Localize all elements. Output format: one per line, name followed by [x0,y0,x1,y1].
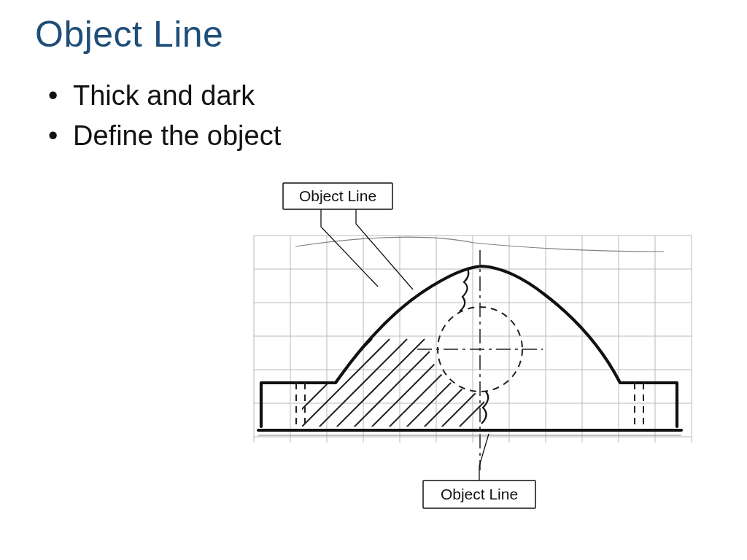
callout-top-label: Object Line [299,187,376,204]
object-outline [258,266,681,435]
list-item: Thick and dark [48,76,712,116]
technical-drawing-figure: Object Line Object Line [226,179,708,521]
slide: Object Line Thick and dark Define the ob… [0,0,747,560]
callout-bottom: Object Line [423,434,535,508]
drawing-svg: Object Line Object Line [226,179,708,521]
callout-bottom-label: Object Line [441,486,518,502]
slide-title: Object Line [35,13,712,55]
list-item: Define the object [48,116,712,156]
bullet-list: Thick and dark Define the object [48,76,712,156]
section-hatch [270,339,547,441]
break-line-icon [460,268,468,311]
callout-top: Object Line [283,183,413,289]
break-line-icon [481,392,488,424]
